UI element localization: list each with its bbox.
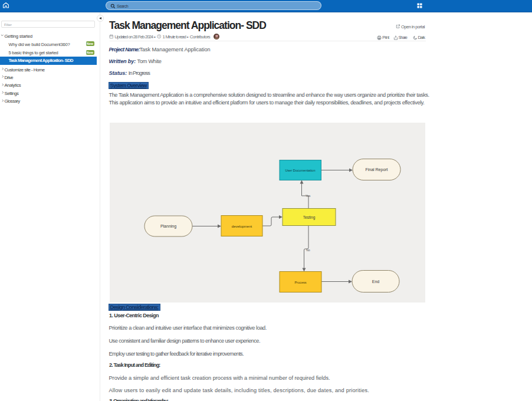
svg-text:Final Report: Final Report xyxy=(365,167,387,172)
svg-text:User Documentation: User Documentation xyxy=(285,169,316,172)
svg-text:End: End xyxy=(372,280,380,284)
svg-text:Process: Process xyxy=(294,281,306,284)
svg-text:Yes: Yes xyxy=(306,194,311,198)
svg-text:Testing: Testing xyxy=(303,215,316,220)
svg-text:development: development xyxy=(232,225,252,228)
svg-text:Planning: Planning xyxy=(160,224,176,229)
svg-text:No: No xyxy=(306,248,310,252)
